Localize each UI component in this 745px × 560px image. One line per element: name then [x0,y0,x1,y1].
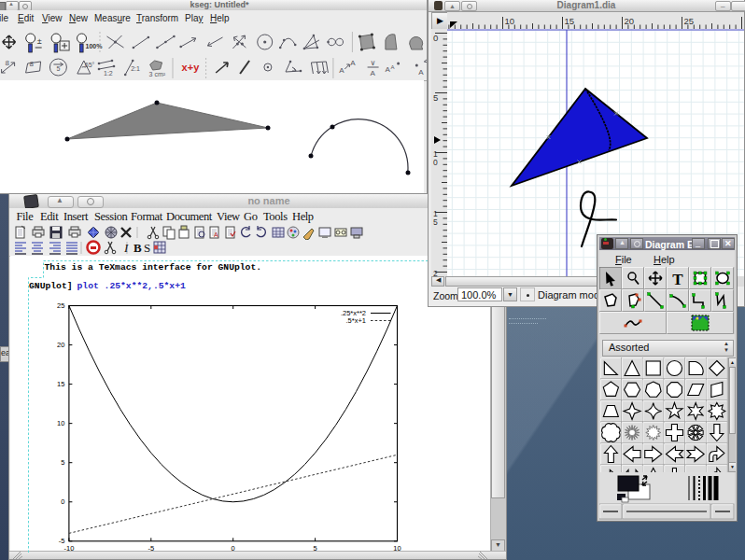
svg-text:20: 20 [57,341,64,349]
svg-text:5: 5 [433,217,438,227]
svg-text:0: 0 [433,33,438,43]
svg-text:x+y: x+y [182,62,201,73]
svg-text:T: T [672,271,683,288]
svg-text:A: A [339,66,344,75]
svg-text:3 cm²: 3 cm² [149,71,166,77]
svg-text:0: 0 [232,544,235,553]
svg-text:25: 25 [57,301,64,310]
svg-text:A: A [418,68,424,77]
svg-text:15: 15 [57,380,64,388]
svg-text:A: A [214,231,218,238]
svg-text:1:2: 1:2 [104,70,113,77]
svg-text:5: 5 [61,458,64,467]
svg-text:15: 15 [565,16,575,26]
svg-text:.5*x+1: .5*x+1 [346,316,366,325]
svg-text:2: 2 [433,269,438,277]
svg-text:±: ± [37,36,42,46]
svg-text:-5: -5 [148,544,154,553]
svg-text:0: 0 [61,497,64,506]
svg-text:B: B [134,241,142,255]
svg-text:2:1: 2:1 [131,65,140,72]
svg-text:0: 0 [433,158,438,167]
svg-text:A: A [371,69,376,77]
svg-text:∨: ∨ [371,59,376,67]
svg-text:10: 10 [57,419,64,427]
svg-text:5: 5 [314,544,317,553]
svg-text:5: 5 [433,92,438,103]
svg-text:8: 8 [30,60,35,68]
svg-text:20: 20 [625,16,635,26]
svg-text:S: S [144,241,150,255]
svg-text:65°: 65° [85,62,95,68]
svg-text:10: 10 [505,16,515,26]
svg-text:25: 25 [684,16,695,26]
svg-text:I: I [123,241,129,255]
svg-text:8: 8 [6,59,10,67]
svg-text:10: 10 [393,544,401,553]
svg-text:-10: -10 [63,544,74,553]
svg-text:A: A [350,59,356,67]
svg-text:A: A [391,64,395,70]
svg-text:5: 5 [56,65,60,72]
